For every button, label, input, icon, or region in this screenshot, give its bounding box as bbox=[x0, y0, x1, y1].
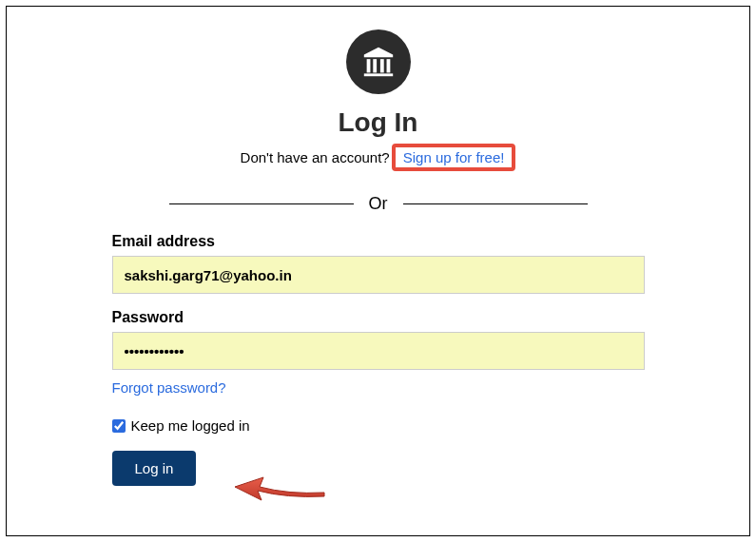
svg-rect-1 bbox=[373, 59, 377, 72]
page-title: Log In bbox=[339, 107, 418, 138]
password-field[interactable] bbox=[112, 332, 645, 370]
keep-logged-in-row: Keep me logged in bbox=[112, 417, 645, 434]
forgot-password-link[interactable]: Forgot password? bbox=[112, 379, 226, 396]
email-label: Email address bbox=[112, 233, 645, 250]
archive-building-icon bbox=[360, 44, 397, 80]
email-field[interactable] bbox=[112, 256, 645, 294]
login-form: Email address Password Forgot password? … bbox=[112, 233, 645, 486]
window-border: Log In Don't have an account? Sign up fo… bbox=[6, 6, 750, 536]
login-content: Log In Don't have an account? Sign up fo… bbox=[7, 7, 749, 535]
divider-line-right bbox=[403, 203, 588, 204]
login-button[interactable]: Log in bbox=[112, 451, 197, 486]
or-text: Or bbox=[369, 194, 388, 214]
password-label: Password bbox=[112, 309, 645, 326]
keep-logged-in-label: Keep me logged in bbox=[131, 417, 250, 434]
svg-rect-4 bbox=[363, 73, 392, 76]
subtitle-text: Don't have an account? bbox=[241, 149, 390, 165]
subtitle-row: Don't have an account? Sign up for free! bbox=[241, 144, 516, 171]
keep-logged-in-checkbox[interactable] bbox=[112, 419, 126, 433]
signup-link[interactable]: Sign up for free! bbox=[399, 147, 509, 167]
archive-logo bbox=[346, 29, 411, 94]
or-divider: Or bbox=[169, 194, 588, 214]
svg-rect-2 bbox=[379, 59, 383, 72]
svg-rect-3 bbox=[386, 59, 390, 72]
signup-highlight-box: Sign up for free! bbox=[392, 144, 516, 171]
svg-rect-0 bbox=[366, 59, 370, 72]
divider-line-left bbox=[169, 203, 354, 204]
